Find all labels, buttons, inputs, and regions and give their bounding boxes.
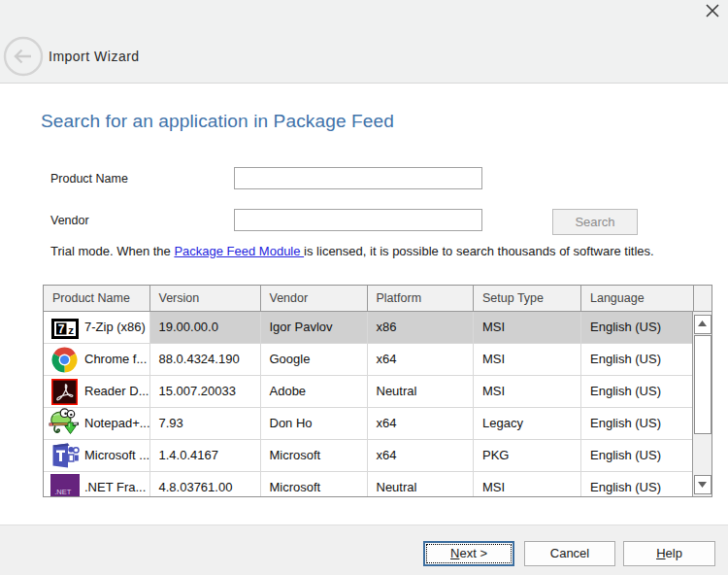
svg-text:7: 7 xyxy=(58,322,65,336)
svg-text:.NET: .NET xyxy=(54,488,72,496)
svg-text:z: z xyxy=(68,324,74,336)
